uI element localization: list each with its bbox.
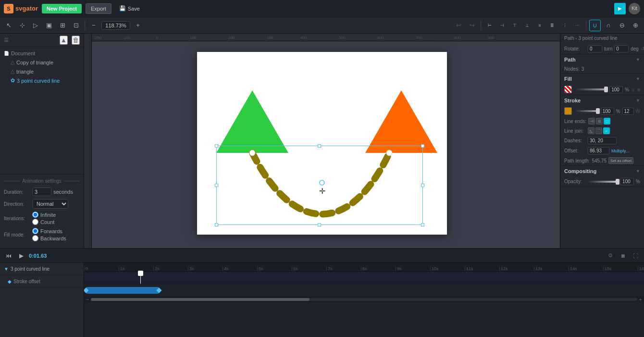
- backwards-radio[interactable]: [32, 235, 38, 241]
- tl-stop-button[interactable]: ⏹: [618, 251, 628, 261]
- line-join-bevel[interactable]: ⌐: [603, 127, 610, 134]
- stroke-opacity-input[interactable]: [601, 108, 614, 115]
- layer-label-1: Copy of triangle: [16, 60, 53, 65]
- line-end-square[interactable]: □: [604, 118, 610, 125]
- animation-settings-panel: Animation settings Duration: seconds Dir…: [0, 174, 84, 248]
- layers-collapse-button[interactable]: ▲: [60, 36, 68, 45]
- fill-opacity-input[interactable]: [609, 86, 623, 93]
- fill-star-icon[interactable]: ☆: [631, 87, 635, 92]
- forwards-radio-row: Forwards: [32, 228, 66, 234]
- direct-select-tool[interactable]: ⊹: [16, 20, 28, 31]
- align-left[interactable]: ⊢: [484, 20, 495, 31]
- align-bottom[interactable]: ≣: [546, 20, 558, 31]
- rotate-deg-input[interactable]: [614, 45, 629, 52]
- select-tool[interactable]: ↖: [3, 20, 14, 31]
- fill-opacity-slider[interactable]: [574, 88, 607, 90]
- save-button[interactable]: 💾 Save: [115, 3, 144, 13]
- export-button[interactable]: Export: [86, 3, 111, 14]
- play-tool[interactable]: ▷: [30, 20, 41, 31]
- tl-play-button[interactable]: ▶: [16, 251, 26, 261]
- exclude-btn[interactable]: ⊕: [630, 20, 641, 31]
- align-center-h[interactable]: ⊣: [496, 20, 508, 31]
- dashes-row: Dashes:: [560, 136, 644, 146]
- track-expand-icon[interactable]: ▼: [4, 266, 9, 272]
- distribute-h[interactable]: ⋮: [559, 20, 570, 31]
- minus-tool[interactable]: −: [88, 20, 99, 31]
- transform-tool[interactable]: ⊞: [57, 20, 68, 31]
- scroll-right-btn[interactable]: +: [639, 297, 642, 302]
- handle-bl[interactable]: [215, 223, 218, 226]
- canvas-white: ✛: [197, 52, 447, 235]
- handle-br[interactable]: [421, 223, 424, 226]
- line-end-butt[interactable]: ⊣: [588, 118, 595, 125]
- playhead[interactable]: [140, 272, 141, 284]
- handle-ml[interactable]: [215, 184, 218, 187]
- tl-settings-button[interactable]: ⚙: [606, 251, 615, 261]
- opacity-input[interactable]: [620, 178, 634, 185]
- timeline-scrollbar[interactable]: [91, 298, 637, 301]
- opacity-slider[interactable]: [588, 181, 619, 183]
- ruler-top: -250 -100 0 100 200 300 400 500 600 700 …: [84, 34, 560, 41]
- redo-button[interactable]: ↪: [466, 20, 478, 31]
- distribute-v[interactable]: ⋯: [571, 20, 583, 31]
- layer-triangle[interactable]: △ triangle: [0, 67, 84, 76]
- duration-input[interactable]: [32, 187, 51, 196]
- layers-menu-icon[interactable]: ☰: [4, 37, 9, 43]
- align-right[interactable]: ⊤: [509, 20, 520, 31]
- align-top[interactable]: ⊥: [521, 20, 533, 31]
- undo-button[interactable]: ↩: [453, 20, 464, 31]
- preview-play-button[interactable]: ▶: [614, 3, 626, 14]
- fill-more-icon[interactable]: ≡: [637, 87, 640, 92]
- align-center-v[interactable]: ≡: [534, 20, 545, 31]
- multiply-btn[interactable]: Multiply...: [611, 149, 629, 153]
- crop-tool[interactable]: ⊡: [70, 20, 82, 31]
- layers-delete-button[interactable]: 🗑: [72, 36, 80, 45]
- layers-tree: 📄 Document △ Copy of triangle △ triangle…: [0, 47, 84, 87]
- rotate-value-input[interactable]: [588, 45, 602, 52]
- union-btn[interactable]: ∪: [589, 20, 601, 31]
- set-as-offset-button[interactable]: Set as offset: [608, 157, 633, 164]
- compositing-section-header[interactable]: Compositing ▼: [560, 166, 644, 176]
- minus2-btn[interactable]: ⊖: [616, 20, 628, 31]
- line-end-round[interactable]: ⊙: [596, 118, 603, 125]
- stroke-offset-bar[interactable]: [86, 287, 159, 294]
- group-tool[interactable]: ▣: [43, 20, 55, 31]
- intersect-btn[interactable]: ∩: [603, 20, 614, 31]
- count-radio[interactable]: [32, 219, 38, 225]
- fill-section-header[interactable]: Fill ▼: [560, 74, 644, 84]
- stroke-width-input[interactable]: [622, 108, 634, 115]
- fill-section: Fill ▼ % ☆ ≡: [560, 74, 644, 95]
- user-avatar[interactable]: Kit: [629, 3, 640, 14]
- direction-select[interactable]: Normal Reverse Alternate: [32, 199, 68, 209]
- document-group[interactable]: 📄 Document: [0, 49, 84, 58]
- offset-input[interactable]: [588, 147, 609, 154]
- handle-mr[interactable]: [421, 184, 424, 187]
- path-section-header[interactable]: Path ▼: [560, 54, 644, 65]
- tick-14s: 14s: [569, 266, 577, 271]
- timeline-right: 0 1s 2s 3s 4s 5s 6s 7s 8s 9s 10s 11s 12s…: [84, 263, 644, 337]
- rotate-reset-icon[interactable]: ↺: [641, 46, 644, 51]
- plus-tool[interactable]: +: [132, 20, 144, 31]
- fillmode-label: Fill mode:: [4, 232, 30, 237]
- layer-curved-line[interactable]: ✿ 3 point curved line: [0, 76, 84, 85]
- stroke-color-swatch[interactable]: [564, 107, 572, 115]
- layer-copy-triangle[interactable]: △ Copy of triangle: [0, 58, 84, 67]
- stroke-opacity-slider[interactable]: [574, 110, 599, 112]
- path-length-label: Path length:: [564, 158, 590, 163]
- align-tools: ⊢ ⊣ ⊤ ⊥ ≡ ≣ ⋮ ⋯: [484, 20, 583, 31]
- stroke-section-header[interactable]: Stroke ▼: [560, 95, 644, 106]
- new-project-button[interactable]: New Project: [42, 4, 82, 13]
- tl-rewind-button[interactable]: ⏮: [4, 251, 13, 261]
- tl-fullscreen-button[interactable]: ⛶: [631, 251, 640, 261]
- canvas-area[interactable]: -250 -100 0 100 200 300 400 500 600 700 …: [84, 34, 560, 248]
- line-join-round[interactable]: ⌒: [595, 127, 602, 134]
- infinite-radio[interactable]: [32, 212, 38, 218]
- line-join-miter[interactable]: ◺: [588, 127, 594, 134]
- fill-color-swatch[interactable]: [564, 86, 572, 93]
- scroll-left-btn[interactable]: −: [86, 297, 89, 302]
- tick-12s: 12s: [499, 266, 508, 271]
- handle-tm[interactable]: [318, 144, 321, 148]
- dashes-input[interactable]: [588, 137, 617, 144]
- forwards-radio[interactable]: [32, 228, 38, 234]
- handle-bm[interactable]: [318, 223, 321, 226]
